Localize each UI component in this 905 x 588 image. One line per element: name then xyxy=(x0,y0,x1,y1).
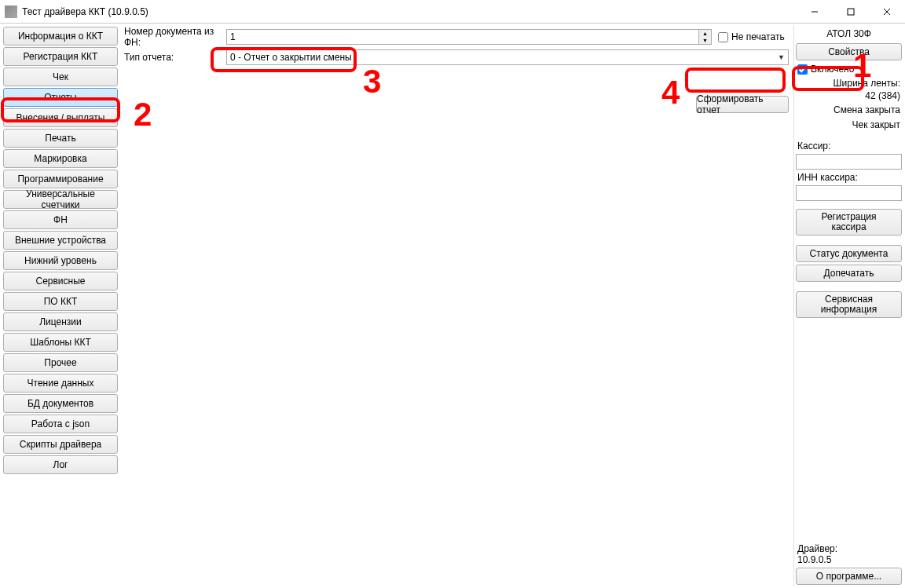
enabled-checkbox[interactable] xyxy=(797,64,808,75)
nav-doc-db[interactable]: БД документов xyxy=(3,394,118,413)
chevron-down-icon: ▼ xyxy=(778,53,785,61)
device-model: АТОЛ 30Ф xyxy=(796,27,902,41)
nav-json[interactable]: Работа с json xyxy=(3,415,118,433)
about-button[interactable]: О программе... xyxy=(796,568,902,585)
report-type-combo[interactable]: 0 - Отчет о закрытии смены ▼ xyxy=(226,49,789,65)
nav-po-kkt[interactable]: ПО ККТ xyxy=(3,292,118,311)
report-type-label: Тип отчета: xyxy=(124,52,226,63)
nav-info-kkt[interactable]: Информация о ККТ xyxy=(3,27,118,46)
cashier-inn-label: ИНН кассира: xyxy=(796,172,902,183)
maximize-button[interactable] xyxy=(833,0,869,24)
driver-label: Драйвер: xyxy=(797,543,902,554)
enabled-label: Включено xyxy=(811,64,854,75)
doc-num-down[interactable]: ▼ xyxy=(699,37,711,44)
driver-version: 10.9.0.5 xyxy=(797,554,902,565)
service-info-button[interactable]: Сервисная информация xyxy=(796,291,902,318)
nav-programming[interactable]: Программирование xyxy=(3,170,118,188)
nav-marking[interactable]: Маркировка xyxy=(3,149,118,168)
cashier-label: Кассир: xyxy=(796,141,902,152)
nav-low-level[interactable]: Нижний уровень xyxy=(3,251,118,270)
report-type-value: 0 - Отчет о закрытии смены xyxy=(230,52,352,63)
nav-templates-kkt[interactable]: Шаблоны ККТ xyxy=(3,333,118,352)
generate-report-button[interactable]: Сформировать отчет xyxy=(696,96,789,113)
nav-universal-counters[interactable]: Универсальные счетчики xyxy=(3,190,118,209)
nav-deposits-payouts[interactable]: Внесения / выплаты xyxy=(3,108,118,127)
nav-service[interactable]: Сервисные xyxy=(3,272,118,290)
doc-num-up[interactable]: ▲ xyxy=(699,30,711,37)
main-panel: Номер документа из ФН: ▲ ▼ Не печатать Т… xyxy=(119,25,793,586)
close-button[interactable] xyxy=(869,0,905,24)
shift-status: Смена закрыта xyxy=(796,104,902,117)
doc-num-input[interactable] xyxy=(226,29,699,45)
no-print-label: Не печатать xyxy=(731,31,785,42)
check-status: Чек закрыт xyxy=(796,119,902,132)
nav-read-data[interactable]: Чтение данных xyxy=(3,374,118,393)
doc-num-label: Номер документа из ФН: xyxy=(124,26,226,48)
nav-sidebar: Информация о ККТ Регистрация ККТ Чек Отч… xyxy=(2,25,119,586)
right-panel: АТОЛ 30Ф Свойства Включено Ширина ленты:… xyxy=(793,25,903,586)
nav-other[interactable]: Прочее xyxy=(3,353,118,372)
nav-driver-scripts[interactable]: Скрипты драйвера xyxy=(3,435,118,454)
nav-log[interactable]: Лог xyxy=(3,455,118,474)
cashier-inn-input[interactable] xyxy=(796,185,902,201)
nav-external-devices[interactable]: Внешние устройства xyxy=(3,231,118,250)
app-icon xyxy=(5,5,17,18)
nav-licenses[interactable]: Лицензии xyxy=(3,312,118,331)
minimize-button[interactable] xyxy=(797,0,833,24)
doc-status-button[interactable]: Статус документа xyxy=(796,245,902,262)
title-bar: Тест драйвера ККТ (10.9.0.5) xyxy=(0,0,905,24)
tape-width-value: 42 (384) xyxy=(796,90,900,103)
tape-width-label: Ширина ленты: xyxy=(796,78,900,90)
window-title: Тест драйвера ККТ (10.9.0.5) xyxy=(22,6,148,17)
reprint-button[interactable]: Допечатать xyxy=(796,265,902,282)
properties-button[interactable]: Свойства xyxy=(796,43,902,60)
svg-rect-1 xyxy=(848,9,854,15)
nav-fn[interactable]: ФН xyxy=(3,210,118,229)
nav-check[interactable]: Чек xyxy=(3,68,118,86)
cashier-input[interactable] xyxy=(796,154,902,170)
nav-registration-kkt[interactable]: Регистрация ККТ xyxy=(3,47,118,66)
no-print-checkbox[interactable] xyxy=(718,32,728,42)
register-cashier-button[interactable]: Регистрация кассира xyxy=(796,209,902,236)
nav-reports[interactable]: Отчеты xyxy=(3,88,118,107)
nav-print[interactable]: Печать xyxy=(3,129,118,148)
